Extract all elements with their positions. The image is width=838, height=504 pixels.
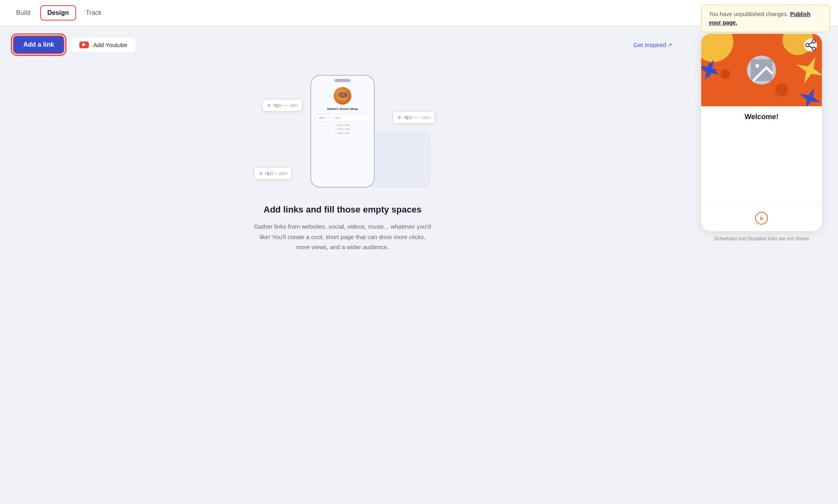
phone-add-link-2: + Add a link bbox=[335, 128, 350, 130]
svg-line-12 bbox=[809, 46, 812, 48]
share-button[interactable] bbox=[804, 39, 817, 52]
svg-point-8 bbox=[775, 84, 788, 97]
preview-body bbox=[701, 124, 822, 205]
right-preview: Welcome! b Scheduled and Disabled links … bbox=[685, 26, 838, 504]
svg-point-11 bbox=[812, 47, 815, 50]
svg-point-7 bbox=[720, 69, 730, 79]
left-content: Add a link Add Youtube Get Inspired ↗ 🍩 bbox=[0, 26, 685, 504]
main-layout: Add a link Add Youtube Get Inspired ↗ 🍩 bbox=[0, 26, 838, 504]
phone-preview-card: Welcome! b bbox=[701, 34, 822, 231]
card-dot-3 bbox=[398, 116, 401, 119]
notification-message: You have unpublished changes. bbox=[709, 11, 788, 17]
action-bar: Add a link Add Youtube Get Inspired ↗ bbox=[13, 35, 672, 54]
card-squiggle-2: https/ ~~ .com bbox=[265, 170, 287, 176]
phone-add-link-3: + Add a link bbox=[335, 132, 350, 134]
get-inspired-label: Get Inspired bbox=[633, 41, 666, 48]
svg-point-10 bbox=[806, 43, 809, 47]
preview-footer: b bbox=[701, 205, 822, 231]
phone-shop-name: Danni's Donut Shop bbox=[327, 107, 358, 111]
illustration-wrap: 🍩 Danni's Donut Shop https/ ~~~~ .com + … bbox=[246, 75, 439, 192]
bitly-logo: b bbox=[755, 212, 768, 225]
phone-link-url-1: https/ ~~~~ .com bbox=[319, 116, 340, 119]
svg-point-9 bbox=[812, 40, 815, 43]
notification-banner: You have unpublished changes. Publish yo… bbox=[701, 5, 830, 32]
tab-design[interactable]: Design bbox=[40, 5, 76, 21]
add-youtube-button[interactable]: Add Youtube bbox=[71, 37, 136, 53]
empty-state-description: Gather links from websites, social, vide… bbox=[254, 221, 431, 252]
svg-point-15 bbox=[755, 64, 759, 68]
svg-line-13 bbox=[809, 42, 812, 44]
float-card-right: https/ ~~~~ .com bbox=[392, 111, 435, 124]
scheduled-note: Scheduled and Disabled links are not sho… bbox=[714, 236, 809, 242]
preview-header bbox=[701, 34, 822, 106]
card-dot-1 bbox=[267, 104, 270, 107]
empty-state-title: Add links and fill those empty spaces bbox=[264, 204, 421, 215]
illustration-section: 🍩 Danni's Donut Shop https/ ~~~~ .com + … bbox=[13, 75, 672, 252]
float-card-bottom-left: https/ ~~ .com bbox=[254, 167, 292, 180]
add-youtube-label: Add Youtube bbox=[93, 41, 127, 48]
add-link-button[interactable]: Add a link bbox=[13, 35, 64, 54]
youtube-icon bbox=[79, 41, 89, 48]
preview-avatar bbox=[747, 56, 776, 85]
float-card-top-left: https/ ~~~ .com bbox=[262, 99, 302, 112]
tab-track[interactable]: Track bbox=[79, 6, 108, 20]
tab-build[interactable]: Build bbox=[10, 6, 37, 20]
phone-add-link-1: + Add a link bbox=[335, 124, 350, 126]
phone-mockup: 🍩 Danni's Donut Shop https/ ~~~~ .com + … bbox=[310, 75, 375, 188]
card-dot-2 bbox=[259, 172, 262, 175]
phone-link-item-1: https/ ~~~~ .com bbox=[315, 114, 370, 122]
card-squiggle-3: https/ ~~~~ .com bbox=[403, 114, 430, 120]
preview-welcome-text: Welcome! bbox=[701, 106, 822, 124]
phone-donut-avatar: 🍩 bbox=[334, 87, 351, 105]
share-icon bbox=[804, 39, 817, 52]
external-link-icon: ↗ bbox=[668, 42, 672, 48]
avatar-image-icon bbox=[747, 56, 776, 85]
card-squiggle-1: https/ ~~~ .com bbox=[273, 102, 297, 108]
get-inspired-link[interactable]: Get Inspired ↗ bbox=[633, 41, 672, 48]
phone-notch bbox=[334, 79, 351, 82]
